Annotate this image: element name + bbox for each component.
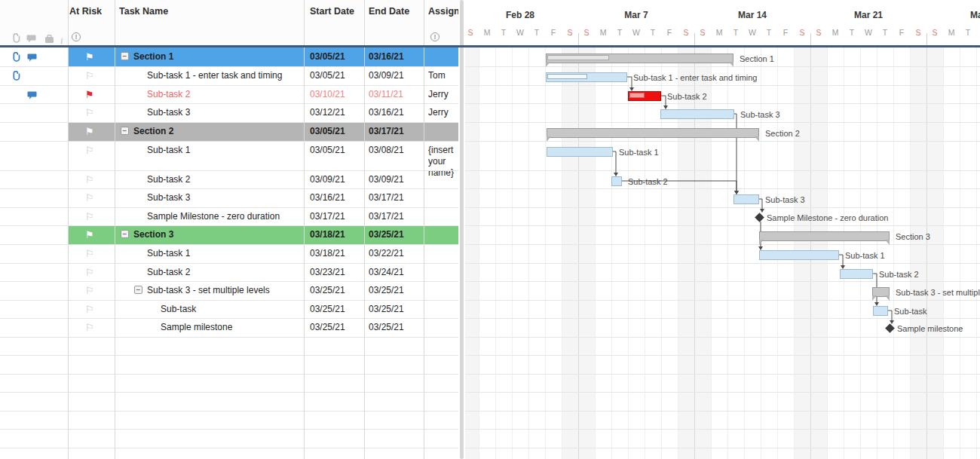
at-risk-flag-icon[interactable]: ⚐ [85, 268, 94, 277]
end-date-cell[interactable]: 03/16/21 [369, 51, 418, 62]
gantt-bar[interactable] [547, 147, 613, 157]
start-date-cell[interactable]: 03/25/21 [310, 322, 360, 332]
end-date-cell[interactable]: 03/22/21 [369, 248, 418, 259]
task-name-cell[interactable]: Sub-task 1 [147, 145, 302, 155]
at-risk-flag-icon[interactable]: ⚐ [85, 193, 94, 203]
task-name-cell[interactable]: Sub-task [161, 304, 302, 314]
gantt-bar[interactable] [547, 128, 759, 138]
task-name-cell[interactable]: Section 1 [133, 51, 302, 62]
table-row[interactable]: ⚑−Section 103/05/2103/16/21 [0, 47, 458, 66]
attachment-icon[interactable] [11, 71, 20, 84]
start-date-cell[interactable]: 03/17/21 [310, 211, 360, 222]
table-row[interactable]: ⚐Sub-task03/25/2103/25/21 [0, 300, 458, 318]
start-date-cell[interactable]: 03/23/21 [310, 267, 360, 277]
gantt-bar[interactable] [611, 176, 622, 186]
column-header-start-date[interactable]: Start Date [310, 6, 363, 17]
end-date-cell[interactable]: 03/25/21 [369, 322, 418, 332]
table-row[interactable]: ⚐Sub-task 303/16/2103/17/21 [0, 188, 458, 207]
at-risk-flag-icon[interactable]: ⚑ [85, 230, 94, 240]
table-row[interactable]: ⚐Sub-task 103/18/2103/22/21 [0, 244, 458, 263]
column-header-assigned[interactable]: Assigned [428, 6, 458, 17]
gantt-bar[interactable] [873, 306, 888, 316]
task-name-cell[interactable]: Sub-task 2 [147, 89, 302, 99]
table-row[interactable]: ⚐Sub-task 203/09/2103/09/21 [0, 170, 458, 188]
at-risk-flag-icon[interactable]: ⚐ [85, 212, 94, 222]
column-header-end-date[interactable]: End Date [369, 6, 421, 17]
start-date-cell[interactable]: 03/05/21 [310, 70, 360, 81]
gantt-bar[interactable] [872, 287, 890, 297]
column-header-task-name[interactable]: Task Name [119, 6, 300, 17]
end-date-cell[interactable]: 03/09/21 [369, 174, 418, 185]
gantt-bar[interactable] [628, 91, 661, 101]
empty-table-row[interactable] [0, 448, 458, 459]
gantt-bar[interactable] [660, 109, 734, 119]
task-name-cell[interactable]: Sample Milestone - zero duration [147, 211, 302, 222]
at-risk-flag-icon[interactable]: ⚐ [85, 175, 94, 185]
table-row[interactable]: ⚑Sub-task 203/10/2103/11/21Jerry [0, 85, 458, 103]
end-date-cell[interactable]: 03/16/21 [369, 107, 418, 118]
end-date-cell[interactable]: 03/09/21 [369, 70, 418, 81]
empty-table-row[interactable] [0, 392, 458, 411]
splitter-handle[interactable] [460, 0, 464, 459]
assigned-cell[interactable]: Jerry [428, 107, 458, 118]
task-name-cell[interactable]: Section 2 [133, 126, 302, 136]
gantt-bar[interactable] [759, 250, 839, 260]
task-name-cell[interactable]: Section 3 [133, 229, 302, 240]
at-risk-flag-icon[interactable]: ⚐ [85, 145, 94, 155]
task-name-cell[interactable]: Sub-task 3 - set multiple levels [147, 285, 302, 295]
end-date-cell[interactable]: 03/11/21 [369, 89, 418, 99]
end-date-cell[interactable]: 03/24/21 [369, 267, 418, 277]
gantt-bar[interactable] [840, 269, 873, 279]
task-name-cell[interactable]: Sample milestone [161, 322, 302, 332]
collapse-toggle[interactable]: − [121, 52, 129, 60]
comment-icon[interactable] [27, 52, 37, 66]
end-date-cell[interactable]: 03/08/21 [369, 145, 418, 155]
start-date-cell[interactable]: 03/05/21 [310, 51, 360, 62]
at-risk-flag-icon[interactable]: ⚑ [85, 52, 94, 62]
gantt-bar[interactable] [546, 72, 627, 82]
end-date-cell[interactable]: 03/25/21 [369, 229, 418, 240]
start-date-cell[interactable]: 03/16/21 [310, 192, 360, 203]
at-risk-flag-icon[interactable]: ⚐ [85, 108, 94, 118]
at-risk-flag-icon[interactable]: ⚑ [85, 127, 94, 136]
start-date-cell[interactable]: 03/25/21 [310, 304, 360, 314]
assigned-cell[interactable]: Jerry [428, 89, 458, 100]
table-row[interactable]: ⚐Sub-task 1 - enter task and timing03/05… [0, 66, 458, 85]
empty-table-row[interactable] [0, 429, 458, 448]
start-date-cell[interactable]: 03/12/21 [310, 107, 360, 118]
empty-table-row[interactable] [0, 337, 458, 355]
end-date-cell[interactable]: 03/17/21 [369, 126, 418, 136]
table-row[interactable]: ⚐Sub-task 303/12/2103/16/21Jerry [0, 103, 458, 122]
gantt-bar[interactable] [546, 54, 733, 63]
task-name-cell[interactable]: Sub-task 1 [147, 248, 302, 259]
start-date-cell[interactable]: 03/18/21 [310, 248, 360, 259]
gantt-timeline-header[interactable]: Feb 28Mar 7Mar 14Mar 21Mar 28SMTWTFSSMTW… [465, 0, 980, 47]
table-row[interactable]: ⚑−Section 203/05/2103/17/21 [0, 122, 458, 141]
end-date-cell[interactable]: 03/25/21 [369, 304, 418, 314]
at-risk-flag-icon[interactable]: ⚐ [85, 304, 94, 314]
gantt-bar[interactable] [759, 231, 890, 241]
start-date-cell[interactable]: 03/09/21 [310, 174, 360, 185]
start-date-cell[interactable]: 03/25/21 [310, 285, 360, 295]
collapse-toggle[interactable]: − [121, 230, 129, 238]
panel-splitter[interactable] [458, 0, 465, 459]
at-risk-flag-icon[interactable]: ⚐ [85, 71, 94, 81]
attachment-icon[interactable] [11, 52, 20, 66]
start-date-cell[interactable]: 03/05/21 [310, 145, 360, 155]
at-risk-flag-icon[interactable]: ⚐ [85, 286, 94, 295]
end-date-cell[interactable]: 03/17/21 [369, 192, 418, 203]
table-row[interactable]: ⚐Sample milestone03/25/2103/25/21 [0, 318, 458, 337]
start-date-cell[interactable]: 03/05/21 [310, 126, 360, 136]
task-name-cell[interactable]: Sub-task 2 [147, 267, 302, 277]
comment-icon[interactable] [27, 90, 37, 103]
start-date-cell[interactable]: 03/10/21 [310, 89, 360, 99]
start-date-cell[interactable]: 03/18/21 [310, 229, 360, 240]
table-row[interactable]: ⚐−Sub-task 3 - set multiple levels03/25/… [0, 281, 458, 300]
task-name-cell[interactable]: Sub-task 2 [147, 174, 302, 185]
table-row[interactable]: ⚐Sample Milestone - zero duration03/17/2… [0, 207, 458, 225]
collapse-toggle[interactable]: − [134, 286, 142, 294]
column-header-at-risk[interactable]: At Risk [69, 6, 113, 17]
table-row[interactable]: ⚑−Section 303/18/2103/25/21 [0, 225, 458, 244]
at-risk-flag-icon[interactable]: ⚑ [85, 90, 94, 99]
empty-table-row[interactable] [0, 411, 458, 429]
